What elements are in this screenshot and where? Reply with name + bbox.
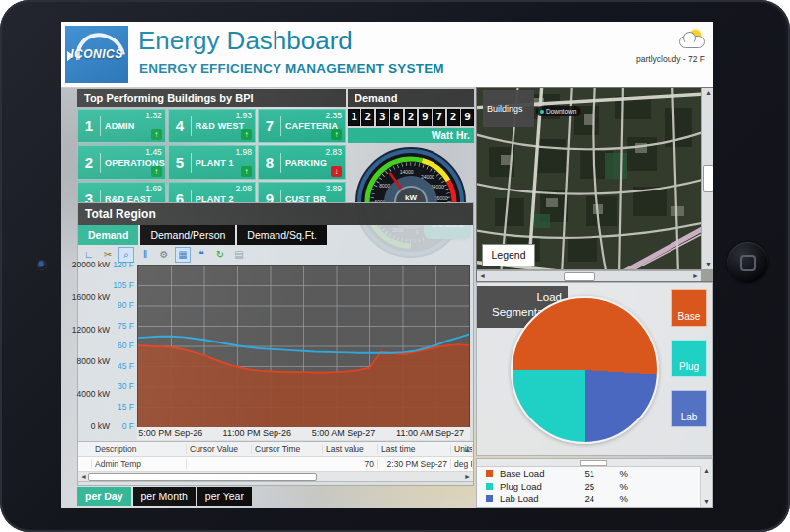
- kw-axis-label: 12000 kW: [72, 325, 110, 335]
- bpi-value: 1.45: [145, 147, 162, 157]
- scroll-right-icon[interactable]: ►: [692, 271, 699, 281]
- legend-vertical-scrollbar[interactable]: ▲ ▼: [700, 466, 712, 507]
- scroll-left-icon[interactable]: ◄: [479, 271, 486, 281]
- map-panel: Buildings Downtown Legend ▲ ▼ ◄ ►: [476, 87, 713, 282]
- marker-cell: [78, 459, 92, 469]
- kw-axis-label: 20000 kW: [72, 260, 110, 269]
- svg-text:kW: kW: [405, 193, 417, 202]
- bpi-tile[interactable]: 2OPERATIONS1.45↑: [77, 145, 166, 180]
- load-pie-chart[interactable]: [511, 296, 659, 444]
- period-tabs: per Dayper Monthper Year: [77, 487, 252, 506]
- svg-text:14000: 14000: [400, 169, 414, 175]
- column-header[interactable]: Cursor Time: [252, 444, 323, 454]
- counter-digit: 1: [348, 109, 360, 126]
- legend-button-plug[interactable]: Plug: [672, 340, 707, 377]
- bpi-building-name: ADMIN: [105, 121, 135, 131]
- load-legend-row[interactable]: Plug Load25%: [477, 480, 712, 493]
- tab-per-day[interactable]: per Day: [77, 487, 131, 506]
- settings-icon[interactable]: ⚙: [156, 247, 172, 263]
- scroll-up-icon[interactable]: ▲: [464, 446, 471, 453]
- bpi-building-name: PLANT 1: [196, 158, 234, 168]
- bpi-tile[interactable]: 5PLANT 11.98↑: [168, 145, 256, 180]
- tile-divider: [191, 153, 192, 173]
- bpi-panel: Top Performing Buildings by BPI 1ADMIN1.…: [77, 89, 346, 216]
- load-name: Base Load: [500, 468, 561, 479]
- home-button[interactable]: [727, 242, 768, 283]
- column-header[interactable]: Last time: [378, 444, 451, 454]
- scroll-up-icon[interactable]: ▲: [705, 88, 712, 98]
- scrollbar-thumb[interactable]: [703, 165, 713, 192]
- load-legend-row[interactable]: Base Load51%: [477, 467, 712, 480]
- column-header[interactable]: Last value: [323, 444, 378, 454]
- legend-button-base[interactable]: Base: [672, 289, 707, 327]
- load-legend-row[interactable]: Lab Load24%: [477, 493, 712, 505]
- legend-horizontal-scrollbar[interactable]: [477, 459, 712, 467]
- save-icon[interactable]: ▤: [231, 247, 247, 263]
- f-axis-label: 15 F: [118, 402, 134, 412]
- map-marker-downtown[interactable]: Downtown: [536, 106, 581, 116]
- x-axis-label: 11:00 AM Sep-27: [396, 428, 464, 438]
- trend-down-icon: ↓: [331, 166, 342, 177]
- bpi-tile[interactable]: 8PARKING2.83↓: [258, 145, 346, 180]
- trend-up-icon: ↑: [151, 129, 162, 140]
- counter-digit: 9: [461, 109, 474, 126]
- bpi-building-name: PARKING: [285, 158, 327, 168]
- logo-text: ICONICS: [65, 47, 128, 61]
- tab-demand[interactable]: Demand: [78, 225, 138, 245]
- tablet-frame: ICONICS Energy Dashboard ENERGY EFFICIEN…: [0, 0, 790, 532]
- counter-digit: 8: [390, 109, 403, 126]
- refresh-icon[interactable]: ↻: [212, 247, 228, 263]
- total-region-panel: Total Region DemandDemand/PersonDemand/S…: [77, 202, 474, 486]
- bpi-rank: 4: [169, 117, 191, 134]
- f-axis-label: 105 F: [113, 280, 134, 290]
- f-axis-label: 90 F: [118, 300, 134, 310]
- map-vertical-scrollbar[interactable]: ▲ ▼: [701, 88, 713, 269]
- scrollbar-thumb[interactable]: [88, 473, 317, 481]
- scroll-left-icon[interactable]: ◄: [80, 472, 87, 481]
- chart-plot-area[interactable]: [137, 265, 470, 428]
- scroll-down-icon[interactable]: ▼: [703, 497, 710, 507]
- table-header-row: DescriptionCursor ValueCursor TimeLast v…: [78, 442, 473, 457]
- scroll-right-icon[interactable]: ►: [464, 472, 471, 481]
- legend-button-lab[interactable]: Lab: [672, 390, 707, 427]
- legend-color-icon: [486, 483, 493, 490]
- bpi-value: 3.89: [325, 184, 342, 193]
- tab-per-month[interactable]: per Month: [133, 487, 196, 506]
- bpi-rank: 8: [259, 154, 280, 171]
- kw-axis-label: 0 kW: [91, 421, 110, 431]
- comment-icon[interactable]: ❝: [194, 247, 209, 263]
- pause-icon[interactable]: ‖: [137, 247, 153, 263]
- scroll-up-icon[interactable]: ▲: [703, 466, 710, 476]
- scroll-down-icon[interactable]: ▼: [705, 260, 712, 269]
- demand-panel-title: Demand: [348, 89, 474, 107]
- bpi-building-name: CAFETERIA: [285, 121, 338, 131]
- tile-divider: [280, 153, 281, 173]
- scrollbar-thumb[interactable]: [580, 460, 607, 466]
- bpi-value: 2.08: [235, 184, 252, 193]
- bpi-tile[interactable]: 4R&D WEST1.93↑: [168, 109, 256, 143]
- bpi-tile[interactable]: 1ADMIN1.32↑: [77, 109, 166, 143]
- calendar-icon[interactable]: ▦: [175, 247, 191, 263]
- kw-axis-label: 8000 kW: [76, 356, 110, 366]
- load-name: Plug Load: [500, 481, 561, 492]
- tab-per-year[interactable]: per Year: [198, 487, 252, 506]
- table-row[interactable]: Admin Temp702:30 PM Sep-27deg F: [78, 457, 473, 472]
- table-horizontal-scrollbar[interactable]: ◄ ►: [78, 472, 473, 482]
- buildings-layer-button[interactable]: Buildings: [483, 90, 534, 127]
- tab-demand-person[interactable]: Demand/Person: [140, 225, 235, 245]
- bpi-value: 1.32: [145, 111, 162, 120]
- map-legend-button[interactable]: Legend: [482, 244, 535, 266]
- tab-demand-sq-ft-[interactable]: Demand/Sq.Ft.: [237, 225, 327, 245]
- load-unit: %: [594, 481, 628, 492]
- bpi-tile[interactable]: 7CAFETERIA2.35↑: [258, 109, 346, 143]
- front-camera: [37, 260, 47, 270]
- map-horizontal-scrollbar[interactable]: ◄ ►: [477, 270, 701, 281]
- column-header[interactable]: Description: [92, 444, 187, 454]
- column-header[interactable]: Cursor Value: [187, 444, 252, 454]
- weather-widget[interactable]: partlycloudy - 72 F: [587, 30, 705, 64]
- x-axis-label: 11:00 PM Sep-26: [223, 428, 291, 438]
- counter-digit: 2: [361, 109, 374, 126]
- scrollbar-thumb[interactable]: [564, 272, 595, 281]
- temperature-axis: 120 F105 F90 F75 F60 F45 F30 F15 F0 F: [114, 265, 135, 426]
- counter-digit: 2: [405, 109, 418, 126]
